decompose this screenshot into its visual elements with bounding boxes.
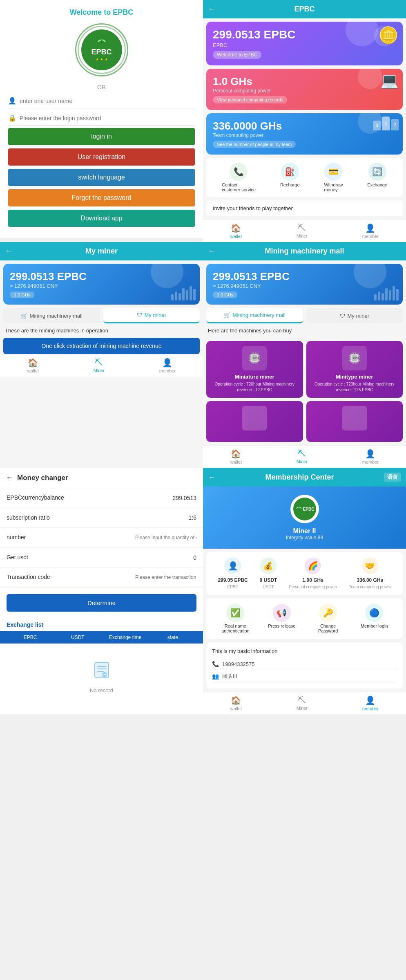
field-subscription-ratio: subscription ratio 1:6 (0, 508, 203, 528)
mall-tab2[interactable]: 🛒 Mining machinery mall (206, 308, 303, 323)
member-icon3: 👤 (365, 449, 375, 459)
real-name-auth-item[interactable]: ✅ Real name authentication (221, 604, 250, 633)
field-epbc-balance: EPBCcurrencybalance 299.0513 (0, 488, 203, 508)
svg-text:CPU: CPU (253, 357, 259, 359)
mall-tab[interactable]: 🛒 Mining machinery mall (3, 308, 100, 323)
bar-chart-decoration (171, 284, 196, 301)
username-input[interactable] (20, 98, 195, 104)
back-arrow-icon[interactable]: ← (208, 5, 215, 13)
mall-nav-member[interactable]: 👤 member (362, 449, 379, 464)
product-name-1: Miniature miner (235, 374, 274, 380)
table-header-usdt: USDT (54, 635, 101, 640)
product-desc-1: Operation cycle : 720hour Mining machine… (211, 381, 298, 393)
miner-section-title: These are the mining machines in operati… (0, 323, 203, 338)
real-name-icon: ✅ (226, 604, 244, 622)
basic-info-title: This is my basic information (212, 648, 397, 654)
product-name-2: Minitype miner (336, 374, 373, 380)
register-button[interactable]: User registration (8, 148, 195, 166)
mall-section-title: Here are the machines you can buy (203, 323, 406, 338)
member-nav-miner[interactable]: ⛏ Miner (297, 695, 308, 711)
app-header: ← EPBC (203, 0, 406, 18)
personal-label: Personal computing power (213, 88, 396, 94)
member-nav-wallet[interactable]: 🏠 wallet (230, 695, 242, 711)
epbc-stat-icon: 👤 (225, 558, 241, 574)
member-icon: 👤 (365, 223, 375, 233)
product-item-miniature[interactable]: CPU Miniature miner Operation cycle : 72… (206, 341, 303, 398)
recharge-item[interactable]: ⛽ Recharge (280, 163, 300, 192)
product-item-3[interactable] (206, 401, 303, 442)
stat-personal: 🌈 1.00 GHs Personal computing power (289, 558, 337, 589)
miner-cny: ≈ 1276.949051 CNY (10, 283, 193, 289)
product-item-minitype[interactable]: CPU Minitype miner Operation cycle : 720… (306, 341, 403, 398)
miner-nav-member[interactable]: 👤 member (159, 358, 176, 373)
user-icon: 👤 (8, 97, 16, 105)
miner-nav-miner[interactable]: ⛏ Miner (94, 358, 105, 373)
quantity-input[interactable] (135, 535, 196, 540)
cart-icon: 🛒 (21, 313, 27, 319)
exchanger-back-icon[interactable]: ← (6, 473, 13, 482)
recharge-label: Recharge (280, 182, 300, 187)
mall-back-icon[interactable]: ← (208, 247, 215, 256)
withdraw-item[interactable]: 💳 Withdrawmoney (324, 163, 343, 192)
password-input[interactable] (20, 115, 195, 121)
member-nav-member[interactable]: 👤 member (362, 695, 379, 711)
exchange-item[interactable]: 🔄 Exchange (367, 163, 387, 192)
change-password-item[interactable]: 🔑 Change Password (314, 604, 342, 633)
miner-icon3: ⛏ (298, 449, 306, 458)
team-btn[interactable]: See the number of people in my team (213, 141, 296, 148)
download-app-button[interactable]: Download app (8, 210, 195, 227)
mall-nav-miner[interactable]: ⛏ Miner (297, 449, 308, 464)
wallet-icon: 🏠 (231, 223, 241, 233)
language-button[interactable]: switch language (8, 169, 195, 186)
stat-team: 🤝 336.00 GHs Team computing power (349, 558, 391, 589)
miner-header: ← My miner (0, 242, 203, 260)
mall-tag: 1.0 GHs (213, 292, 237, 298)
team-stat-icon: 🤝 (362, 558, 378, 574)
press-release-item[interactable]: 📢 Press release (268, 604, 295, 633)
transaction-code-input[interactable] (135, 574, 196, 580)
miner-tag: 1.0 GHs (10, 292, 34, 298)
determine-button[interactable]: Determine (7, 594, 196, 612)
member-name-display: Miner II (293, 527, 316, 535)
table-header-state: state (149, 635, 196, 640)
product-item-4[interactable] (306, 401, 403, 442)
nav-miner[interactable]: ⛏ Miner (297, 223, 308, 239)
contact-service-item[interactable]: 📞 Contactcustomer service (222, 163, 256, 192)
extract-revenue-button[interactable]: One click extraction of mining machine r… (3, 338, 200, 354)
exchange-table-header: EPBC USDT Exchange time state (0, 631, 203, 644)
my-miner-tab2[interactable]: 🛡 My miner (306, 308, 403, 323)
phone-number: 19894332575 (222, 661, 255, 667)
field-transaction-code[interactable]: Transaction code (0, 567, 203, 588)
language-switch-btn[interactable]: 语言 (384, 473, 401, 482)
miner-back-icon[interactable]: ← (5, 247, 12, 256)
welcome-btn[interactable]: Welcome to EPBC (213, 51, 261, 59)
no-record-icon (91, 660, 112, 684)
my-miner-tab[interactable]: 🛡 My miner (103, 308, 200, 323)
cpu-icon-2: CPU (342, 346, 367, 370)
stat-usdt: 💰 0 USDT USDT (260, 558, 277, 589)
svg-text:CPU: CPU (353, 357, 359, 359)
miner-icon2: ⛏ (95, 358, 103, 367)
member-login-icon: 🔵 (365, 604, 383, 622)
shield-icon2: 🛡 (340, 313, 345, 319)
member-icon2: 👤 (162, 358, 172, 368)
login-button[interactable]: login in (8, 128, 195, 145)
withdraw-label: Withdrawmoney (324, 182, 343, 192)
nav-member[interactable]: 👤 member (362, 223, 379, 239)
mall-nav-wallet[interactable]: 🏠 wallet (230, 449, 242, 464)
forget-password-button[interactable]: Forget the password (8, 189, 195, 206)
miner-nav-wallet[interactable]: 🏠 wallet (27, 358, 39, 373)
login-title: Welcome to EPBC (70, 8, 134, 17)
team-row: 👥 团队III (212, 670, 397, 683)
personal-records-btn[interactable]: View personel computing records (213, 96, 287, 103)
member-back-icon[interactable]: ← (208, 473, 215, 482)
phone-icon: 📞 (212, 661, 219, 667)
nav-wallet[interactable]: 🏠 wallet (230, 223, 242, 239)
balance-label: EPBC (213, 42, 396, 48)
miner-icon4: ⛏ (298, 695, 306, 705)
wallet-icon3: 🏠 (231, 449, 241, 459)
personal-stat-icon: 🌈 (305, 558, 321, 574)
team-label: Team computing power (213, 132, 396, 138)
member-login-item[interactable]: 🔵 Member login (361, 604, 388, 633)
field-number[interactable]: number (0, 528, 203, 548)
